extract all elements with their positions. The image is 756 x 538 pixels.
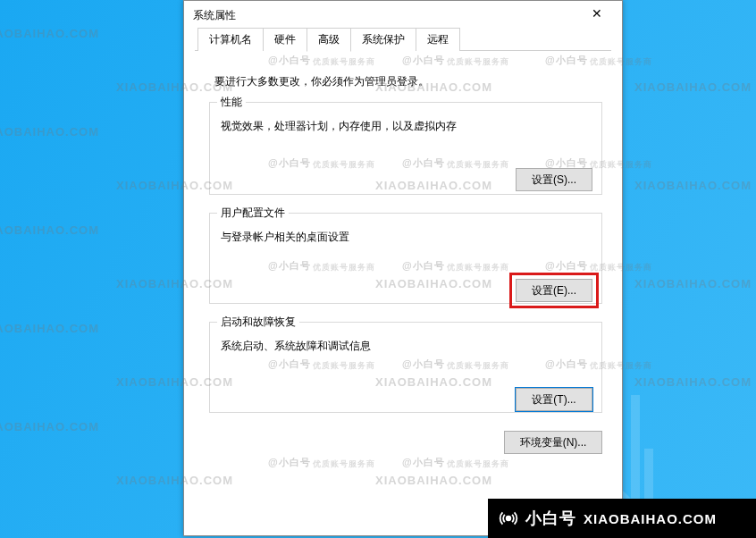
watermark-text: XIAOBAIHAO.COM [0, 322, 99, 335]
watermark-text: XIAOBAIHAO.COM [634, 80, 752, 94]
watermark-text: XIAOBAIHAO.COM [634, 277, 752, 290]
tab-computer-name[interactable]: 计算机名 [197, 28, 264, 51]
group-performance-desc: 视觉效果，处理器计划，内存使用，以及虚拟内存 [221, 119, 592, 134]
tab-system-protection[interactable]: 系统保护 [350, 28, 416, 51]
startup-recovery-settings-button[interactable]: 设置(T)... [516, 388, 592, 411]
group-user-profiles-title: 用户配置文件 [217, 206, 289, 221]
tab-remote[interactable]: 远程 [416, 28, 460, 51]
tab-hardware[interactable]: 硬件 [263, 28, 307, 51]
broadcast-icon [499, 509, 518, 528]
close-button[interactable]: ✕ [577, 1, 617, 26]
tab-advanced[interactable]: 高级 [307, 28, 351, 52]
admin-notice: 要进行大多数更改，你必须作为管理员登录。 [214, 74, 602, 89]
source-brand-badge: 小白号 XIAOBAIHAO.COM [488, 499, 756, 538]
group-user-profiles: 用户配置文件 与登录帐户相关的桌面设置 设置(E)... [209, 213, 602, 304]
group-startup-recovery: 启动和故障恢复 系统启动、系统故障和调试信息 设置(T)... [209, 322, 602, 413]
watermark-text: XIAOBAIHAO.COM [0, 223, 99, 237]
group-performance-title: 性能 [217, 95, 246, 110]
group-user-profiles-desc: 与登录帐户相关的桌面设置 [221, 230, 592, 245]
system-properties-dialog: 系统属性 ✕ 计算机名 硬件 高级 系统保护 远程 要进行大多数更改，你必须作为… [183, 0, 623, 536]
tab-strip: 计算机名 硬件 高级 系统保护 远程 [184, 29, 622, 51]
user-profiles-settings-button[interactable]: 设置(E)... [516, 279, 592, 302]
brand-en-label: XIAOBAIHAO.COM [584, 511, 717, 526]
performance-settings-button[interactable]: 设置(S)... [516, 168, 592, 191]
watermark-text: XIAOBAIHAO.COM [0, 27, 99, 40]
group-startup-recovery-desc: 系统启动、系统故障和调试信息 [221, 339, 592, 354]
svg-point-0 [507, 517, 511, 521]
group-startup-recovery-title: 启动和故障恢复 [217, 315, 299, 330]
tab-content-advanced: 要进行大多数更改，你必须作为管理员登录。 性能 视觉效果，处理器计划，内存使用，… [184, 51, 622, 496]
dialog-title: 系统属性 [193, 8, 236, 23]
environment-variables-button[interactable]: 环境变量(N)... [504, 431, 602, 454]
watermark-text: XIAOBAIHAO.COM [0, 125, 99, 139]
titlebar: 系统属性 ✕ [184, 1, 622, 29]
group-performance: 性能 视觉效果，处理器计划，内存使用，以及虚拟内存 设置(S)... [209, 102, 602, 195]
watermark-text: XIAOBAIHAO.COM [0, 420, 99, 433]
brand-cn-label: 小白号 [525, 508, 576, 529]
watermark-text: XIAOBAIHAO.COM [634, 179, 752, 192]
